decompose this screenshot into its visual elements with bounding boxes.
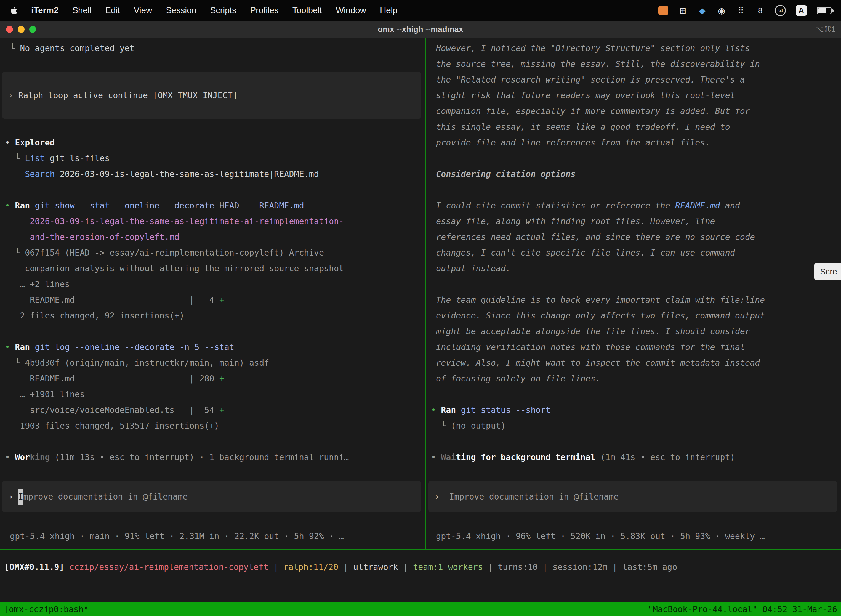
text-segment: the "Related research writing" section i… [431,75,745,84]
text-segment: git ls-files [45,154,110,163]
text-segment: … +1901 lines [5,389,85,399]
text-segment: essay file, along with finding root file… [431,216,715,226]
terminal-line: review. Also, I might want to inspect th… [431,355,841,371]
text-segment: companion file, especially if more comme… [431,106,750,116]
terminal-line: README.md | 4 + [5,292,425,308]
window-shortcut-badge: ⌥⌘1 [815,25,841,34]
battery-gauge-icon[interactable]: .61 [775,5,786,16]
text-segment: | [398,562,413,572]
text-segment: Search [5,169,55,179]
blank-line [5,119,425,135]
terminal-line: └ List git ls-files [5,150,425,166]
text-segment: | [338,562,353,572]
terminal-line: the source tree, missing the essay. Stil… [431,56,841,72]
battery-icon[interactable] [817,7,832,14]
text-segment: king [30,452,50,462]
text-segment: No agents completed yet [20,43,134,53]
menu-item-shell[interactable]: Shell [65,6,98,15]
terminal-line: • Ran git log --oneline --decorate -n 5 … [5,339,425,355]
text-segment: README.md | 4 [5,295,219,305]
menu-item-edit[interactable]: Edit [98,6,127,15]
menu-bar: iTerm2ShellEditViewSessionScriptsProfile… [0,0,841,21]
menu-items: iTerm2ShellEditViewSessionScriptsProfile… [24,6,404,15]
terminal-line: However, I noticed the "Directory Struct… [431,40,841,56]
terminal-line: Considering citation options [431,166,841,182]
text-segment: [OMX#0.11.9] [4,562,69,572]
blank-line [5,323,425,339]
text-segment: git log --oneline --decorate -n 5 --stat [35,342,234,352]
menu-item-window[interactable]: Window [329,6,373,15]
text-segment: 1903 files changed, 513517 insertions(+) [5,421,219,431]
window-title: omx --xhigh --madmax [0,25,841,34]
text-segment: companion analysis without altering the … [5,264,344,273]
menu-item-session[interactable]: Session [159,6,203,15]
text-segment: README.md | 280 [5,374,219,383]
text-segment: of focusing solely on file lines. [431,374,601,383]
terminal-line: └ (no output) [431,418,841,434]
blue-app-icon[interactable]: ◆ [697,6,707,15]
terminal-line: The team guideline is to back every impo… [431,292,841,308]
blank-line [431,150,841,166]
terminal-line: changes, I can't cite specific file line… [431,245,841,261]
text-segment: + [219,295,224,305]
menu-item-iterm2[interactable]: iTerm2 [24,6,65,15]
text-segment: • [5,201,15,210]
blank-line [431,465,841,481]
terminal-line: • Ran git status --short [431,402,841,418]
text-segment: Explored [15,138,55,147]
zoom-button[interactable] [29,26,36,33]
text-segment: might be acceptable alongside the file l… [431,327,750,336]
terminal-line: • Waiting for background terminal (1m 41… [431,449,841,465]
text-segment: this single essay, it seems like a good … [431,122,730,132]
minimize-button[interactable] [18,26,25,33]
prompt-input[interactable]: › Improve documentation in @filename [2,481,421,512]
input-text: Improve documentation in @filename [444,489,618,505]
prompt-input[interactable]: › Improve documentation in @filename [428,481,837,512]
menu-item-toolbelt[interactable]: Toolbelt [286,6,329,15]
traffic-lights [0,26,36,33]
text-segment: slight risk that future readers may over… [431,91,735,100]
menu-item-profiles[interactable]: Profiles [243,6,285,15]
terminal-line: └ 067f154 (HEAD -> essay/ai-reimplementa… [5,245,425,261]
dots-grid-icon[interactable]: ⠿ [736,6,746,15]
terminal-line: companion analysis without altering the … [5,261,425,276]
blank-line [5,434,425,449]
window-titlebar[interactable]: omx --xhigh --madmax ⌥⌘1 [0,21,841,38]
text-segment: + [219,374,224,383]
screen-share-tab[interactable]: Scre [814,263,841,280]
blank-line [431,276,841,292]
apple-menu[interactable] [7,6,24,15]
tmux-pane-right[interactable]: However, I noticed the "Directory Struct… [426,38,841,549]
text-segment: List [25,154,45,163]
text-segment: gpt-5.4 xhigh · main · 91% left · 2.31M … [5,531,344,541]
terminal-line: essay file, along with finding root file… [431,213,841,229]
blank-line [431,512,841,528]
tmux-session-window[interactable]: [omx-cczip0:bash* [4,604,89,614]
screen-recording-indicator[interactable] [658,6,668,15]
tmux-pane-left[interactable]: └ No agents completed yet› Ralph loop ac… [0,38,425,549]
input-source-icon[interactable]: A [796,5,807,16]
text-segment: review. Also, I might want to inspect th… [431,358,760,368]
text-segment: └ 4b9d30f (origin/main, instructkr/main,… [5,358,269,368]
dark-app-icon[interactable]: ◉ [717,6,726,15]
menu-item-view[interactable]: View [127,6,159,15]
text-segment: Ran [441,405,461,415]
terminal-line: 2 files changed, 92 insertions(+) [5,308,425,323]
text-segment: › [8,91,18,100]
terminal-line: Search 2026-03-09-is-legal-the-same-as-l… [5,166,425,182]
number-8-app-icon[interactable]: 8 [756,6,765,15]
text-segment: Ran [15,201,35,210]
menu-item-scripts[interactable]: Scripts [203,6,243,15]
blank-line [431,434,841,449]
menu-item-help[interactable]: Help [373,6,404,15]
text-segment: | turns:10 | session:12m | last:5m ago [483,562,677,572]
text-segment: changes, I can't cite specific file line… [431,248,735,258]
terminal-line: output instead. [431,261,841,276]
text-segment: | [268,562,283,572]
text-segment: • [431,405,441,415]
terminal-line: of focusing solely on file lines. [431,371,841,386]
close-button[interactable] [6,26,13,33]
text-segment: Considering citation options [431,169,576,179]
grid-app-icon[interactable]: ⊞ [678,6,687,15]
blank-line [5,512,425,528]
